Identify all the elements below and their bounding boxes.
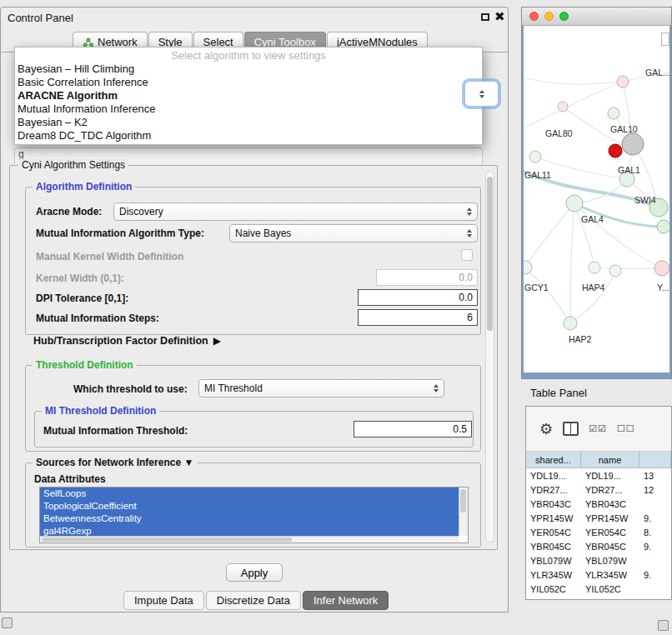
table-panel-title: Table Panel <box>530 387 587 399</box>
zoom-traffic-light[interactable] <box>559 12 569 21</box>
algorithm-definition-group: Algorithm Definition Aracne Mode: Discov… <box>25 187 481 335</box>
node-label: Y... <box>657 282 669 292</box>
dropdown-item[interactable]: Mutual Information Inference <box>15 102 482 116</box>
algorithm-dropdown-popup: Select algorithm to view settings Bayesi… <box>14 47 483 145</box>
table-row[interactable]: YDR27...YDR27...12 <box>526 482 671 497</box>
network-window-titlebar <box>522 8 671 26</box>
dpi-tolerance-field[interactable]: 0.0 <box>358 289 478 306</box>
dropdown-item[interactable]: Basic Correlation Inference <box>15 76 482 89</box>
mi-threshold-field[interactable]: 0.5 <box>354 421 472 438</box>
mi-type-select[interactable]: Naive Bayes <box>229 224 478 242</box>
algorithm-select-button[interactable] <box>464 81 499 107</box>
node-label: GAL10 <box>610 124 638 134</box>
cell: 8. <box>639 528 671 538</box>
scrollbar-thumb[interactable] <box>42 538 292 542</box>
network-node[interactable] <box>566 195 583 212</box>
clear-checkboxes-icon[interactable]: ☐☐ <box>617 423 635 434</box>
scrollbar-thumb[interactable] <box>460 489 466 512</box>
network-node[interactable] <box>589 262 600 273</box>
network-view-window: GAL...GAL80GAL10GAL11GAL1SWI4GAL4GCY1HAP… <box>521 7 672 379</box>
mi-threshold-group-title: MI Threshold Definition <box>42 405 159 417</box>
network-node[interactable] <box>529 151 541 162</box>
network-node[interactable] <box>654 261 669 276</box>
table-row[interactable]: YPR145WYPR145W9. <box>526 511 671 525</box>
mi-threshold-value: 0.5 <box>453 423 467 435</box>
cell: YDL19... <box>526 471 581 481</box>
panel-dock-icon[interactable] <box>2 618 13 628</box>
dropdown-item[interactable]: Bayesian – Hill Climbing <box>15 62 482 76</box>
select-all-checkboxes-icon[interactable]: ☑☑ <box>589 423 607 434</box>
which-threshold-select[interactable]: MI Threshold <box>198 379 444 398</box>
tab-discretize-data[interactable]: Discretize Data <box>206 591 301 610</box>
column-header-shared-name[interactable]: shared... <box>526 452 581 468</box>
network-edge <box>526 203 574 266</box>
list-item[interactable]: TopologicalCoefficient <box>40 500 459 512</box>
node-label: HAP2 <box>569 334 592 344</box>
network-node[interactable] <box>617 76 629 88</box>
minimize-traffic-light[interactable] <box>544 12 554 21</box>
network-node[interactable] <box>609 265 621 277</box>
kernel-width-field[interactable]: 0.0 <box>376 269 478 286</box>
attributes-list-items: SelfLoops TopologicalCoefficient Between… <box>40 488 459 536</box>
algorithm-definition-title: Algorithm Definition <box>33 181 135 192</box>
mi-threshold-label: Mutual Information Threshold: <box>43 425 188 437</box>
close-icon[interactable]: ✖ <box>494 9 505 24</box>
aracne-mode-select[interactable]: Discovery <box>113 202 478 221</box>
apply-button[interactable]: Apply <box>226 563 283 582</box>
tab-infer-network[interactable]: Infer Network <box>303 591 389 610</box>
close-traffic-light[interactable] <box>529 12 539 21</box>
panel-dock-icon[interactable] <box>658 620 669 631</box>
kernel-width-label: Kernel Width (0,1): <box>36 272 124 284</box>
network-edge <box>524 78 623 84</box>
table-row[interactable]: YLR345WYLR345W9. <box>526 568 671 582</box>
list-item[interactable]: BetweennessCentrality <box>40 512 459 525</box>
column-header-name[interactable]: name <box>581 452 639 468</box>
cell: YBR045C <box>581 542 639 552</box>
mi-steps-field[interactable]: 6 <box>358 309 478 326</box>
table-row[interactable]: YBL079WYBL079W <box>526 553 671 568</box>
desktop: Control Panel ✖ Network Style Select Cyn… <box>0 0 672 635</box>
table-row[interactable]: YIL052CYIL052C <box>526 582 671 596</box>
dropdown-item[interactable]: Bayesian – K2 <box>15 116 482 129</box>
list-vertical-scrollbar[interactable] <box>459 488 468 536</box>
network-node[interactable] <box>622 133 644 155</box>
network-node[interactable] <box>564 317 577 330</box>
node-label: GAL11 <box>524 170 551 180</box>
dropdown-item-selected[interactable]: ARACNE Algorithm <box>15 89 482 102</box>
dropdown-item[interactable]: Dream8 DC_TDC Algorithm <box>15 129 482 142</box>
table-row[interactable]: YDL19...YDL19...13 <box>526 468 671 482</box>
combo-arrows-icon <box>467 229 472 238</box>
table-row[interactable]: YBR043CYBR043C <box>526 497 671 511</box>
cell: YBR045C <box>526 542 581 552</box>
canvas-scrollbar[interactable] <box>661 32 669 46</box>
list-item[interactable]: SelfLoops <box>40 488 459 500</box>
table-row[interactable]: YBR045CYBR045C9. <box>526 539 671 553</box>
network-edge <box>595 268 660 268</box>
dropdown-placeholder: Select algorithm to view settings <box>15 49 482 62</box>
mi-type-value: Naive Bayes <box>235 228 291 239</box>
float-window-icon[interactable] <box>481 13 489 21</box>
window-title: Control Panel <box>8 12 73 24</box>
gear-icon[interactable]: ⚙ <box>539 422 553 437</box>
network-node[interactable] <box>558 102 568 112</box>
table-toolbar: ⚙ ☑☑ ☐☐ <box>526 407 671 452</box>
network-svg[interactable]: GAL...GAL80GAL10GAL11GAL1SWI4GAL4GCY1HAP… <box>524 26 669 372</box>
network-node[interactable] <box>608 108 619 119</box>
node-label: GAL... <box>645 68 669 78</box>
list-horizontal-scrollbar[interactable] <box>40 536 459 542</box>
manual-kernel-checkbox[interactable] <box>461 249 473 261</box>
settings-scrollbar[interactable] <box>485 171 494 542</box>
hub-definition-expander[interactable]: Hub/Transcription Factor Definition ▶ <box>33 335 221 347</box>
network-canvas[interactable]: GAL...GAL80GAL10GAL11GAL1SWI4GAL4GCY1HAP… <box>524 26 669 372</box>
table-row[interactable]: YER054CYER054C8. <box>526 525 671 539</box>
network-node[interactable] <box>609 144 622 158</box>
columns-icon[interactable] <box>563 422 579 436</box>
mi-type-label: Mutual Information Algorithm Type: <box>36 228 204 239</box>
tab-impute-data[interactable]: Impute Data <box>123 591 204 610</box>
network-node[interactable] <box>657 220 669 233</box>
column-header-cut[interactable] <box>639 452 671 468</box>
scrollbar-thumb[interactable] <box>487 177 493 331</box>
collapse-down-icon[interactable]: ▼ <box>183 457 193 468</box>
node-label: SWI4 <box>634 195 656 205</box>
cell: YBL079W <box>526 556 581 566</box>
